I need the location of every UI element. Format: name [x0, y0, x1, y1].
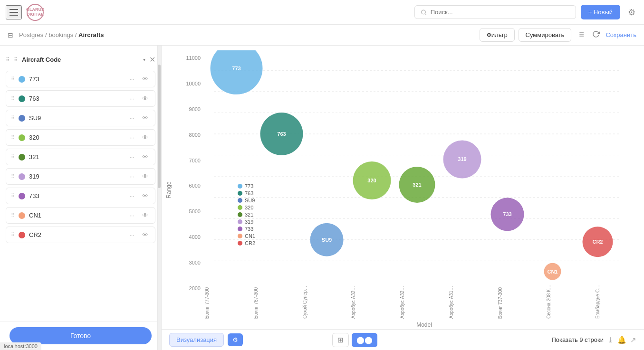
- x-axis-tick: Боинг 767-300: [253, 285, 302, 319]
- logo: GLARUSDIGITAL: [27, 4, 44, 21]
- y-axis-tick: 8000: [189, 132, 201, 138]
- visibility-button[interactable]: 👁: [140, 230, 150, 239]
- bubble-view-button[interactable]: ⬤⬤: [352, 333, 377, 347]
- hamburger-button[interactable]: [6, 5, 22, 19]
- legend-item: SU9: [238, 198, 255, 203]
- y-axis-tick: 10000: [186, 81, 201, 86]
- table-view-button[interactable]: ⊞: [332, 333, 349, 347]
- legend-label: CN1: [245, 233, 255, 239]
- x-axis-tick: Аэробус А319-100: [449, 283, 498, 319]
- legend-label: SU9: [245, 198, 255, 203]
- more-button[interactable]: ···: [127, 172, 136, 181]
- drag-handle-icon[interactable]: ⠿: [11, 154, 15, 160]
- search-icon: [421, 9, 427, 16]
- legend-label: 321: [245, 212, 253, 218]
- scroll-track[interactable]: [157, 46, 161, 350]
- bottom-bar: Визуализация ⚙ ⊞ ⬤⬤ Показать 9 строки ⤓ …: [162, 329, 644, 350]
- drag-handle-icon[interactable]: ⠿: [11, 232, 15, 238]
- breadcrumb-actions: Фильтр Суммировать Сохранить: [480, 28, 636, 42]
- svg-text:SU9: SU9: [322, 237, 332, 243]
- chart-and-xaxis: 773763SU9320321319733CN1CR2 773 763 SU9 …: [204, 50, 644, 329]
- y-axis-tick: 4000: [189, 234, 201, 240]
- legend-item: CR2: [238, 240, 255, 246]
- settings-icon[interactable]: ⚙: [625, 4, 638, 20]
- share-icon[interactable]: ↗: [630, 336, 636, 344]
- y-axis-tick: 2000: [189, 285, 201, 291]
- legend-item: 321: [238, 212, 255, 218]
- more-button[interactable]: ···: [127, 230, 136, 239]
- left-panel: ⠿ ⠿ Aircraft Code ▾ ✕ ⠿ 773 ··· 👁 ⠿ 763 …: [0, 46, 162, 350]
- y-axis-tick: 7000: [189, 158, 201, 163]
- more-button[interactable]: ···: [127, 75, 136, 84]
- more-button[interactable]: ···: [127, 114, 136, 123]
- more-button[interactable]: ···: [127, 191, 136, 200]
- drag-handle-icon[interactable]: ⠿: [11, 95, 15, 102]
- list-item: ⠿ 733 ··· 👁: [6, 188, 155, 204]
- y-axis-title: Range: [165, 181, 172, 198]
- list-item: ⠿ 319 ··· 👁: [6, 168, 155, 185]
- bottom-icons: ⤓ 🔔 ↗: [607, 336, 636, 344]
- visibility-button[interactable]: 👁: [140, 211, 150, 220]
- svg-text:321: 321: [413, 182, 421, 188]
- more-button[interactable]: ···: [127, 152, 136, 161]
- drag-handle-icon[interactable]: ⠿: [11, 193, 15, 199]
- visibility-button[interactable]: 👁: [140, 75, 150, 84]
- drag-handle-icon[interactable]: ⠿: [11, 173, 15, 180]
- new-button[interactable]: + Новый: [581, 5, 620, 19]
- more-button[interactable]: ···: [127, 211, 136, 220]
- chart-main: Range 1100010000900080007000600050004000…: [162, 46, 644, 329]
- svg-text:763: 763: [277, 131, 286, 137]
- item-label: 773: [29, 76, 124, 83]
- search-input[interactable]: [431, 9, 570, 16]
- more-button[interactable]: ···: [127, 94, 136, 103]
- x-axis-title: Model: [204, 321, 644, 329]
- legend-color-dot: [238, 227, 242, 231]
- legend-item: CN1: [238, 233, 255, 239]
- refresh-icon[interactable]: [590, 28, 602, 42]
- done-button[interactable]: Готово: [10, 327, 152, 344]
- legend-label: 319: [245, 219, 253, 225]
- svg-line-1: [425, 13, 426, 14]
- drag-handle-icon2[interactable]: ⠿: [14, 57, 18, 63]
- visibility-button[interactable]: 👁: [140, 114, 150, 123]
- legend-label: CR2: [245, 240, 255, 246]
- left-panel-inner: ⠿ ⠿ Aircraft Code ▾ ✕ ⠿ 773 ··· 👁 ⠿ 763 …: [0, 46, 161, 350]
- drag-handle-icon[interactable]: ⠿: [11, 115, 15, 121]
- filter-button[interactable]: Фильтр: [480, 28, 515, 42]
- main-layout: ⠿ ⠿ Aircraft Code ▾ ✕ ⠿ 773 ··· 👁 ⠿ 763 …: [0, 46, 644, 350]
- close-button[interactable]: ✕: [149, 55, 155, 64]
- chevron-down-icon[interactable]: ▾: [143, 57, 145, 62]
- notification-icon[interactable]: 🔔: [617, 336, 626, 344]
- visibility-button[interactable]: 👁: [140, 191, 150, 200]
- summarize-button[interactable]: Суммировать: [519, 28, 572, 42]
- drag-handle-icon[interactable]: ⠿: [11, 134, 15, 141]
- more-button[interactable]: ···: [127, 133, 136, 142]
- legend-color-dot: [238, 184, 242, 189]
- visibility-button[interactable]: 👁: [140, 133, 150, 142]
- svg-point-18: [211, 50, 263, 95]
- x-axis-labels: Боинг 777-300Боинг 767-300Сухой Супердже…: [204, 283, 644, 321]
- breadcrumb: Postgres / bookings / Aircrafts: [19, 31, 104, 38]
- save-link[interactable]: Сохранить: [606, 31, 636, 38]
- viz-settings-button[interactable]: ⚙: [228, 333, 243, 346]
- visibility-button[interactable]: 👁: [140, 172, 150, 181]
- drag-handle-icon[interactable]: ⠿: [6, 57, 10, 63]
- drag-handle-icon[interactable]: ⠿: [11, 212, 15, 218]
- color-indicator: [19, 115, 25, 122]
- search-box[interactable]: [414, 5, 576, 19]
- field-group-header: ⠿ ⠿ Aircraft Code ▾ ✕: [6, 53, 155, 66]
- x-axis-tick: Бомбардье CRJ-200: [595, 283, 644, 319]
- scroll-thumb[interactable]: [158, 65, 161, 188]
- list-item: ⠿ 773 ··· 👁: [6, 71, 155, 87]
- visibility-button[interactable]: 👁: [140, 152, 150, 161]
- download-icon[interactable]: ⤓: [607, 336, 614, 344]
- columns-icon[interactable]: [575, 28, 586, 42]
- localhost-badge: localhost:3000: [0, 342, 41, 350]
- x-axis-tick: Сухой Суперджет-100: [302, 283, 351, 319]
- visualization-button[interactable]: Визуализация: [169, 333, 224, 347]
- legend-color-dot: [238, 205, 242, 210]
- list-item: ⠿ 321 ··· 👁: [6, 149, 155, 165]
- visibility-button[interactable]: 👁: [140, 94, 150, 103]
- bubble-chart-svg: 773763SU9320321319733CN1CR2: [204, 50, 644, 283]
- drag-handle-icon[interactable]: ⠿: [11, 76, 15, 82]
